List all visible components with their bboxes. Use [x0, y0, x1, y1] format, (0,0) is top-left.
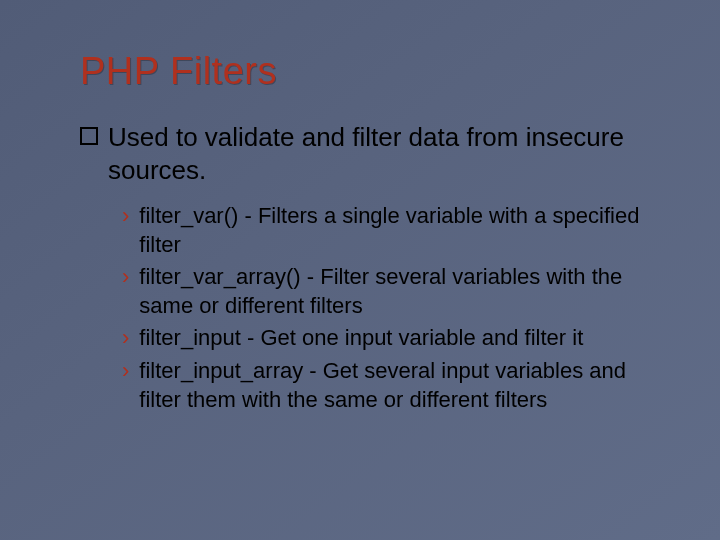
sub-bullet-item: › filter_input - Get one input variable … [122, 324, 660, 353]
angle-bullet-icon: › [122, 263, 129, 292]
slide: PHP Filters Used to validate and filter … [0, 0, 720, 540]
sub-bullet-list: › filter_var() - Filters a single variab… [122, 202, 660, 414]
sub-bullet-text: filter_var() - Filters a single variable… [139, 202, 660, 259]
slide-title: PHP Filters [80, 50, 660, 93]
sub-bullet-text: filter_var_array() - Filter several vari… [139, 263, 660, 320]
angle-bullet-icon: › [122, 202, 129, 231]
sub-bullet-text: filter_input - Get one input variable an… [139, 324, 660, 353]
main-bullet: Used to validate and filter data from in… [80, 121, 660, 186]
sub-bullet-item: › filter_var() - Filters a single variab… [122, 202, 660, 259]
sub-bullet-text: filter_input_array - Get several input v… [139, 357, 660, 414]
sub-bullet-item: › filter_var_array() - Filter several va… [122, 263, 660, 320]
main-bullet-text: Used to validate and filter data from in… [108, 121, 660, 186]
angle-bullet-icon: › [122, 324, 129, 353]
sub-bullet-item: › filter_input_array - Get several input… [122, 357, 660, 414]
square-bullet-icon [80, 127, 98, 145]
angle-bullet-icon: › [122, 357, 129, 386]
